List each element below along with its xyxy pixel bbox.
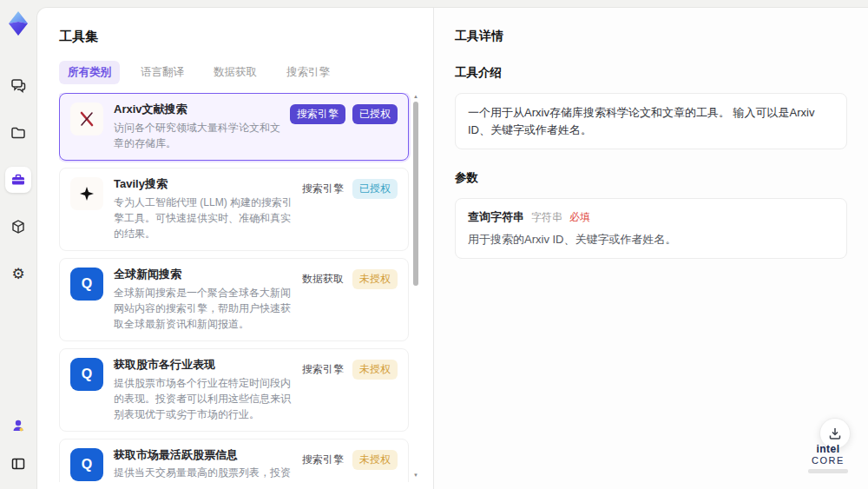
main-content: 工具集 所有类别 语言翻译 数据获取 搜索引擎 Arxiv文献搜索 访问各个研究… xyxy=(36,7,868,489)
param-type: 字符串 xyxy=(531,210,562,225)
app-rail: ⚙ xyxy=(0,0,36,489)
chat-icon[interactable] xyxy=(5,73,31,99)
tool-description: 提供当天交易量最高的股票列表，投资者可以利用这些信息来识别流动性强的股票和潜在的… xyxy=(114,465,300,482)
tool-description: 专为人工智能代理 (LLM) 构建的搜索引擎工具。可快速提供实时、准确和真实的结… xyxy=(114,195,300,241)
details-title: 工具详情 xyxy=(455,29,847,44)
settings-icon[interactable]: ⚙ xyxy=(5,261,31,287)
scroll-up-arrow[interactable]: ▲ xyxy=(412,93,419,100)
tab-data-fetch[interactable]: 数据获取 xyxy=(205,61,266,84)
intel-core-logo: intel CORE xyxy=(800,444,856,473)
category-badge: 数据获取 xyxy=(300,269,345,289)
blue-search-app-icon: Q xyxy=(70,358,103,391)
tool-description: 全球新闻搜索是一个聚合全球各大新闻网站内容的搜索引擎，帮助用户快速获取全球最新资… xyxy=(114,285,300,332)
param-card: 查询字符串 字符串 必填 用于搜索的Arxiv ID、关键字或作者姓名。 xyxy=(455,198,847,259)
blue-search-app-icon: Q xyxy=(70,268,103,301)
tool-list-panel: 工具集 所有类别 语言翻译 数据获取 搜索引擎 Arxiv文献搜索 访问各个研究… xyxy=(37,8,433,489)
arxiv-logo-icon xyxy=(70,102,103,135)
tool-description: 访问各个研究领域大量科学论文和文章的存储库。 xyxy=(114,120,290,151)
category-badge: 搜索引擎 xyxy=(300,360,345,380)
sparkle-icon xyxy=(70,177,103,210)
status-badge: 未授权 xyxy=(352,360,398,380)
blue-search-app-icon: Q xyxy=(70,448,103,481)
tool-name: 获取市场最活跃股票信息 xyxy=(114,448,300,463)
brand-intel: intel xyxy=(816,443,839,455)
tool-details-panel: 工具详情 工具介绍 一个用于从Arxiv存储库搜索科学论文和文章的工具。 输入可… xyxy=(433,8,868,489)
panel-toggle-icon[interactable] xyxy=(5,451,31,477)
status-badge: 未授权 xyxy=(352,269,398,289)
tool-item-most-active-stocks[interactable]: Q 获取市场最活跃股票信息 提供当天交易量最高的股票列表，投资者可以利用这些信息… xyxy=(59,439,409,482)
intro-heading: 工具介绍 xyxy=(455,65,847,81)
scroll-down-arrow[interactable]: ▼ xyxy=(412,472,419,479)
category-badge: 搜索引擎 xyxy=(300,450,345,470)
params-heading: 参数 xyxy=(455,170,847,186)
app-logo-icon xyxy=(7,10,30,36)
tab-all-categories[interactable]: 所有类别 xyxy=(59,61,120,84)
user-icon[interactable] xyxy=(5,413,31,439)
package-icon[interactable] xyxy=(5,214,31,240)
param-description: 用于搜索的Arxiv ID、关键字或作者姓名。 xyxy=(468,232,834,248)
tab-language-translation[interactable]: 语言翻译 xyxy=(132,61,193,84)
param-name: 查询字符串 xyxy=(468,209,524,225)
page-title: 工具集 xyxy=(59,29,419,45)
tool-item-tavily[interactable]: Tavily搜索 专为人工智能代理 (LLM) 构建的搜索引擎工具。可快速提供实… xyxy=(59,168,409,251)
tab-search-engine[interactable]: 搜索引擎 xyxy=(278,61,339,84)
tool-description: 提供股票市场各个行业在特定时间段内的表现。投资者可以利用这些信息来识别表现优于或… xyxy=(114,375,300,422)
toolbox-icon[interactable] xyxy=(5,167,31,193)
tool-name: Arxiv文献搜索 xyxy=(114,102,290,117)
status-badge: 未授权 xyxy=(352,450,398,470)
brand-subline xyxy=(808,469,848,473)
intro-text: 一个用于从Arxiv存储库搜索科学论文和文章的工具。 输入可以是Arxiv ID… xyxy=(468,104,834,138)
tool-name: 全球新闻搜索 xyxy=(114,268,300,282)
tool-item-global-news[interactable]: Q 全球新闻搜索 全球新闻搜索是一个聚合全球各大新闻网站内容的搜索引擎，帮助用户… xyxy=(59,258,409,341)
tool-name: 获取股市各行业表现 xyxy=(114,358,300,373)
category-badge: 搜索引擎 xyxy=(300,179,345,199)
brand-core: CORE xyxy=(812,455,845,466)
status-badge: 已授权 xyxy=(352,104,398,124)
category-badge: 搜索引擎 xyxy=(290,104,345,124)
intro-card: 一个用于从Arxiv存储库搜索科学论文和文章的工具。 输入可以是Arxiv ID… xyxy=(455,93,847,149)
folder-icon[interactable] xyxy=(5,120,31,146)
status-badge: 已授权 xyxy=(352,179,398,199)
scrollbar: ▲ ▼ xyxy=(412,93,419,482)
param-required-badge: 必填 xyxy=(569,210,590,225)
tool-name: Tavily搜索 xyxy=(114,177,300,192)
tool-item-sector-performance[interactable]: Q 获取股市各行业表现 提供股票市场各个行业在特定时间段内的表现。投资者可以利用… xyxy=(59,348,409,432)
tool-list: Arxiv文献搜索 访问各个研究领域大量科学论文和文章的存储库。 搜索引擎 已授… xyxy=(59,93,419,482)
category-tabs: 所有类别 语言翻译 数据获取 搜索引擎 xyxy=(59,61,419,84)
scrollbar-thumb[interactable] xyxy=(413,102,418,286)
tool-item-arxiv[interactable]: Arxiv文献搜索 访问各个研究领域大量科学论文和文章的存储库。 搜索引擎 已授… xyxy=(59,93,409,161)
